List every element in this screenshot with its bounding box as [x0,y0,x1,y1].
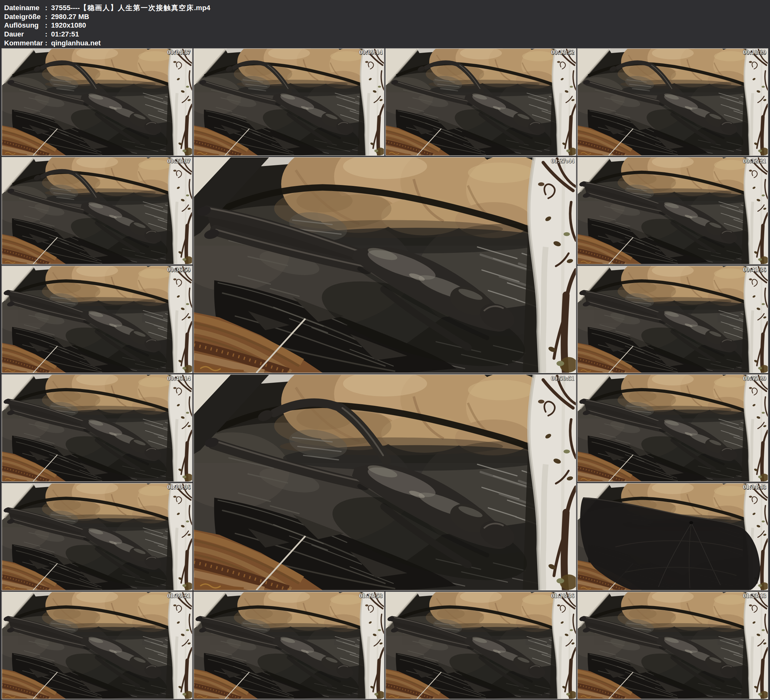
svg-text:00:18:29: 00:18:29 [743,49,766,55]
svg-text:00:55:29: 00:55:29 [743,375,766,382]
svg-text:01:04:43: 01:04:43 [743,484,766,490]
svg-text:00:23:07: 00:23:07 [167,158,191,164]
svg-text:00:04:37: 00:04:37 [167,49,191,55]
svg-text:00:50:51: 00:50:51 [551,375,574,382]
svg-text:00:13:52: 00:13:52 [551,49,574,55]
svg-text:01:13:58: 01:13:58 [359,592,383,599]
svg-text:00:46:14: 00:46:14 [167,375,191,382]
svg-text:00:32:21: 00:32:21 [743,158,766,164]
svg-text:00:09:14: 00:09:14 [359,49,383,55]
svg-text:00:36:59: 00:36:59 [167,266,191,273]
svg-text:01:09:21: 01:09:21 [167,592,191,599]
svg-text:01:18:36: 01:18:36 [551,592,574,599]
svg-text:01:00:06: 01:00:06 [167,484,191,490]
svg-text:01:23:13: 01:23:13 [743,592,766,599]
svg-text:00:41:36: 00:41:36 [743,266,766,273]
svg-text:00:27:44: 00:27:44 [551,158,574,164]
